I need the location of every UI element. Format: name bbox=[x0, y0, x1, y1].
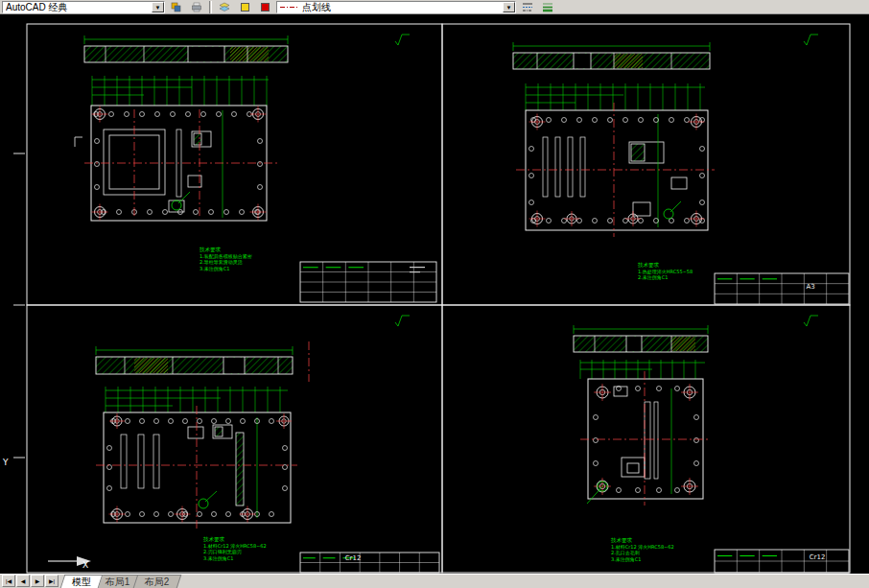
dimension-lines bbox=[92, 76, 269, 106]
sheet-bottom-left: 技术要求1.材料Cr12 淬火HRC58~622.刃口锋利无崩刃3.未注倒角C1… bbox=[27, 305, 442, 573]
section-view bbox=[574, 325, 708, 352]
sheet-note: 3.未注倒角C1 bbox=[203, 555, 233, 562]
tab-nav-first-button[interactable]: |◀ bbox=[2, 575, 15, 587]
roughness-mark bbox=[395, 35, 410, 45]
workspace-settings-button[interactable] bbox=[168, 1, 185, 13]
roughness-mark bbox=[804, 316, 818, 326]
tab-layout1-label: 布局1 bbox=[106, 576, 130, 588]
dimension-lines bbox=[526, 83, 705, 110]
section-view bbox=[84, 35, 288, 62]
linetype-manager-button[interactable] bbox=[519, 1, 536, 13]
linetype-combo-value: 点划线 bbox=[302, 2, 500, 12]
section-view bbox=[513, 42, 710, 69]
tab-navigation: |◀ ◀ ▶ ▶| bbox=[2, 574, 59, 588]
sheet-top-right: 技术要求1.热处理淬火HRC55~582.未注倒角C1A3 bbox=[442, 24, 850, 305]
linetype-combo[interactable]: 点划线 ▼ bbox=[276, 1, 516, 13]
title-block: Cr12 bbox=[300, 553, 439, 573]
roughness-mark bbox=[804, 35, 818, 45]
printer-icon bbox=[191, 2, 202, 12]
technical-notes: 技术要求1.材料Cr12 淬火HRC58~622.刃口锋利无崩刃3.未注倒角C1 bbox=[203, 536, 267, 562]
workspace-combo-value: AutoCAD 经典 bbox=[6, 2, 152, 12]
workspace-settings-icon bbox=[171, 2, 182, 12]
plot-button[interactable] bbox=[188, 1, 205, 13]
plan-view bbox=[104, 412, 292, 523]
title-block-code: Cr12 bbox=[810, 553, 826, 561]
tab-layout2-label: 布局2 bbox=[144, 576, 169, 588]
ucs-x-label: X bbox=[82, 560, 88, 570]
title-block bbox=[300, 262, 436, 302]
dimension-lines bbox=[580, 360, 705, 379]
title-block-code: Cr12 bbox=[345, 554, 362, 562]
drawing-canvas[interactable]: 技术要求1.装配后各模板贴合紧密2.导柱导套滑动灵活3.未注倒角C1技术要求1.… bbox=[0, 14, 869, 574]
yellow-color-swatch-icon bbox=[241, 3, 249, 12]
tab-model-label: 模型 bbox=[72, 576, 91, 588]
linetypes-icon bbox=[522, 2, 533, 12]
technical-notes: 技术要求1.装配后各模板贴合紧密2.导柱导套滑动灵活3.未注倒角C1 bbox=[200, 247, 252, 272]
tab-nav-next-button[interactable]: ▶ bbox=[31, 575, 44, 587]
title-block-code: A3 bbox=[806, 283, 814, 291]
toolbar-separator bbox=[209, 1, 212, 13]
sheet-bottom-right: 技术要求1.材料Cr12 淬火HRC58~622.孔口去毛刺3.未注倒角C1Cr… bbox=[442, 305, 850, 573]
layer-color-button[interactable] bbox=[236, 1, 253, 13]
top-toolbar: AutoCAD 经典 ▼ bbox=[0, 0, 869, 14]
ucs-and-edge-marks: YX bbox=[2, 153, 91, 570]
workspace-combo[interactable]: AutoCAD 经典 ▼ bbox=[2, 1, 165, 13]
chevron-down-icon: ▼ bbox=[503, 2, 515, 12]
plan-view bbox=[587, 379, 703, 504]
red-color-swatch-icon bbox=[261, 3, 270, 12]
autocad-window: AutoCAD 经典 ▼ bbox=[0, 0, 869, 588]
technical-notes: 技术要求1.材料Cr12 淬火HRC58~622.孔口去毛刺3.未注倒角C1 bbox=[611, 537, 674, 563]
layer-properties-button[interactable] bbox=[216, 1, 233, 13]
sheet-frame bbox=[27, 305, 442, 573]
ucs-y-label: Y bbox=[2, 458, 9, 467]
tab-nav-last-button[interactable]: ▶| bbox=[45, 575, 59, 587]
lineweight-button[interactable] bbox=[539, 1, 556, 13]
layers-icon bbox=[219, 2, 230, 12]
linetype-preview-icon bbox=[280, 5, 299, 10]
section-view bbox=[96, 346, 293, 374]
tab-layout2[interactable]: 布局2 bbox=[132, 575, 180, 588]
centerlines bbox=[516, 103, 715, 237]
sheet-note: 2.未注倒角C1 bbox=[638, 274, 668, 281]
object-color-button[interactable] bbox=[256, 1, 273, 13]
plan-view bbox=[526, 110, 708, 230]
tab-model[interactable]: 模型 bbox=[60, 575, 104, 588]
technical-notes: 技术要求1.热处理淬火HRC55~582.未注倒角C1 bbox=[638, 262, 693, 281]
sheet-top-left: 技术要求1.装配后各模板贴合紧密2.导柱导套滑动灵活3.未注倒角C1 bbox=[27, 24, 442, 305]
tab-nav-prev-button[interactable]: ◀ bbox=[16, 575, 30, 587]
cad-drawing-area: 技术要求1.装配后各模板贴合紧密2.导柱导套滑动灵活3.未注倒角C1技术要求1.… bbox=[0, 14, 869, 574]
chevron-down-icon: ▼ bbox=[152, 2, 164, 12]
layout-tab-bar: |◀ ◀ ▶ ▶| 模型 布局1 布局2 bbox=[0, 574, 869, 588]
title-block: A3 bbox=[715, 273, 849, 304]
roughness-mark bbox=[395, 316, 410, 326]
title-block: Cr12 bbox=[715, 550, 849, 573]
sheet-note: 3.未注倒角C1 bbox=[611, 556, 641, 563]
sheet-note: 3.未注倒角C1 bbox=[200, 266, 229, 272]
lineweight-icon bbox=[542, 2, 553, 12]
